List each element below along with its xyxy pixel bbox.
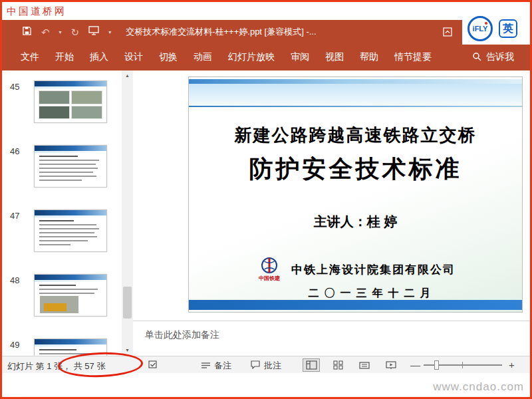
thumbnail-row-49: 49 [2,338,122,356]
view-switcher [303,358,400,372]
slide-sorter-view-button[interactable] [329,358,346,372]
slide-date-line: 二〇一三年十二月 [189,287,522,301]
mini-slide-header [35,146,106,151]
slide-counter: 幻灯片 第 1 张， 共 57 张 [7,360,105,372]
ribbon-tab-animations[interactable]: 动画 [186,44,220,70]
slide-thumbnail-48[interactable] [34,274,107,317]
undo-dropdown-icon[interactable]: ▾ [59,29,62,35]
slide-title-line1: 新建公路跨越高速铁路立交桥 [189,124,522,147]
ribbon-tab-slideshow[interactable]: 幻灯片放映 [220,44,283,70]
ribbon-tab-review[interactable]: 审阅 [283,44,317,70]
slide-thumbnail-panel: 45 46 [2,70,122,356]
slide-title-line2: 防护安全技术标准 [189,153,522,186]
slide-thumbnail-49[interactable] [34,338,107,356]
comments-toggle-label: 批注 [264,360,281,372]
mini-slide-header [35,210,106,215]
search-icon [472,52,481,63]
tell-me-label: 告诉我 [486,51,514,63]
notes-placeholder[interactable]: 单击此处添加备注 [145,329,530,341]
bottom-strip: www.cndao.com [2,373,530,397]
watermark-top: 中国道桥网 [7,5,66,18]
ribbon-tab-help[interactable]: 帮助 [352,44,386,70]
slide-top-band-light [189,84,522,106]
ime-language-indicator[interactable]: 英 [499,19,517,38]
tell-me-box[interactable]: 告诉我 [472,51,514,63]
ribbon-tab-storyboarding[interactable]: 情节提要 [386,44,440,70]
slide-thumbnail-47[interactable] [34,209,107,252]
redo-icon[interactable]: ↻ [71,27,80,37]
mini-slide-header-line [35,344,106,346]
slide-counter-prefix: 幻灯片 第 1 张， [7,361,71,371]
mini-slide-textlines [39,285,102,297]
mini-slide-photos [39,90,102,119]
ribbon-tab-view[interactable]: 视图 [317,44,352,70]
window-title: 交桥技术标准交流材料-桂+++婷.ppt [兼容模式] -... [126,26,316,38]
comments-toggle-button[interactable]: 批注 [251,360,281,372]
normal-view-button[interactable] [303,358,320,372]
notes-lines-icon [201,361,210,371]
ifly-logo[interactable]: iFLY [467,16,493,41]
watermark-bottom: www.cndao.com [433,380,524,394]
slide-top-band-line [189,106,522,107]
ribbon-display-options-icon[interactable] [442,27,453,40]
slide-thumbnail-46[interactable] [34,145,107,188]
mini-slide-header-line [35,280,106,282]
slide-number-48: 48 [10,275,19,285]
slide-number-49: 49 [10,340,19,350]
save-icon[interactable] [22,26,32,39]
ime-overlay: iFLY 英 [462,13,530,45]
zoom-in-button[interactable]: + [509,359,515,370]
notes-pane[interactable]: 单击此处添加备注 [133,321,530,356]
notes-toggle-button[interactable]: 备注 [201,360,231,372]
ribbon-tab-transitions[interactable]: 切换 [151,44,186,70]
slide-presenter-line: 主讲人：桂 婷 [189,213,522,231]
mini-slide-header-line [35,215,106,217]
slide-number-47: 47 [10,211,19,221]
ribbon-tab-home[interactable]: 开始 [47,44,82,70]
mini-slide-header-line [35,86,106,88]
slide-footer-bar [189,300,522,310]
scroll-down-icon[interactable]: ▼ [122,345,133,356]
undo-icon[interactable]: ↶ [41,27,50,37]
scroll-up-icon[interactable]: ▲ [122,70,133,81]
ribbon-tab-file[interactable]: 文件 [13,44,47,70]
titlebar: ↶ ▾ ↻ ▾ 交桥技术标准交流材料-桂+++婷.ppt [兼容模式] -... [2,20,462,44]
ribbon-tab-insert[interactable]: 插入 [82,44,116,70]
slide-company-name: 中铁上海设计院集团有限公司 [291,262,456,277]
globe-emblem-icon [261,257,278,274]
ribbon-tab-design[interactable]: 设计 [116,44,151,70]
slide-thumbnail-45[interactable] [34,80,107,123]
slide-number-46: 46 [10,146,19,156]
slide-number-45: 45 [10,82,19,92]
thumbnail-row-46: 46 [2,145,122,189]
mini-slide-header [35,275,106,280]
thumbnail-row-45: 45 [2,80,122,124]
ifly-dot-icon [485,22,487,25]
mini-slide-textlines [39,349,102,356]
mini-slide-photo [40,296,78,313]
ifly-label: iFLY [473,25,488,33]
zoom-slider-thumb[interactable] [434,360,439,370]
thumbnail-scrollbar[interactable]: ▲ ▼ [122,70,133,356]
ribbon-tab-bar: 文件 开始 插入 设计 切换 动画 幻灯片放映 审阅 视图 帮助 情节提要 告诉… [2,44,530,70]
comment-bubble-icon [251,360,260,371]
slide-top-band-dark [189,79,522,84]
mini-slide-textlines [39,156,102,184]
mini-slide-header [35,339,106,344]
current-slide-canvas[interactable]: 新建公路跨越高速铁路立交桥 防护安全技术标准 主讲人：桂 婷 中国铁建 中铁上海… [188,76,523,313]
notes-toggle-label: 备注 [214,360,231,372]
reading-view-button[interactable] [356,358,373,372]
start-slideshow-icon[interactable] [88,26,99,38]
slide-organization-row: 中国铁建 中铁上海设计院集团有限公司 [189,257,522,282]
crcc-logo-label: 中国铁建 [259,275,280,282]
ime-language-label: 英 [503,22,513,36]
mini-slide-header [35,81,106,86]
proofing-status-icon[interactable] [148,360,158,371]
mini-slide-machine [44,303,66,311]
zoom-out-button[interactable]: — [410,359,420,370]
crcc-logo: 中国铁建 [255,257,283,282]
scrollbar-thumb[interactable] [123,287,132,319]
qat-customize-icon[interactable]: ▾ [108,29,111,35]
slideshow-view-button[interactable] [382,358,400,372]
zoom-slider-center-tick [462,362,463,368]
